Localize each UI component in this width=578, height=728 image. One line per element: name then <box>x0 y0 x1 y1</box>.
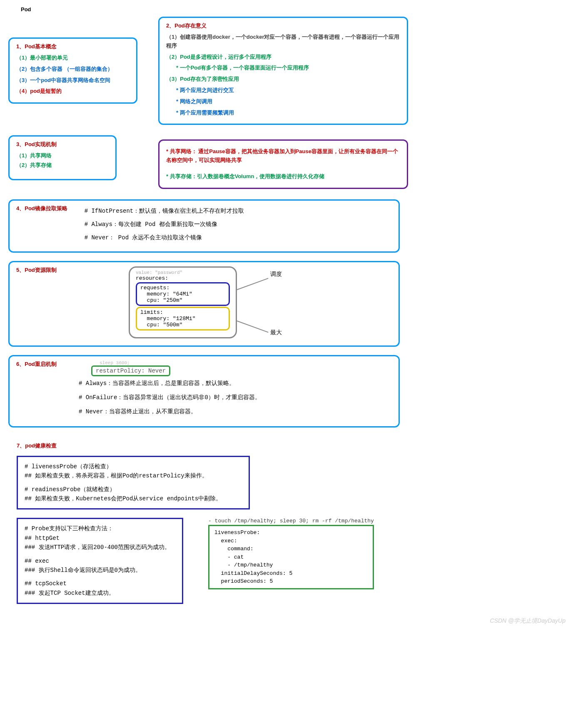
box-mechanism-detail: * 共享网络： 通过Pause容器，把其他业务容器加入到Pause容器里面，让所… <box>158 139 408 189</box>
box1-heading: 1、Pod基本概念 <box>16 43 130 50</box>
box-pod-meaning: 2、Pod存在意义 （1）创建容器使用docker，一个docker对应一个容器… <box>158 17 408 125</box>
box2-heading: 2、Pod存在意义 <box>166 22 400 30</box>
box-restart-policy: 6、Pod重启机制 sleep 3600; restartPolicy: Nev… <box>8 355 400 427</box>
restart-policy-code: restartPolicy: Never <box>91 365 170 376</box>
pm-l3: ### 发送HTTP请求，返回200-400范围状态码为成功。 <box>25 543 175 552</box>
box4-p2: # Always：每次创建 Pod 都会重新拉取一次镜像 <box>85 221 244 228</box>
probe-l4: ## 如果检查失败，Kubernetes会把Pod从service endpoi… <box>25 494 242 503</box>
box2-line3a: * 两个应用之间进行交互 <box>176 86 400 95</box>
box4-heading: 4、Pod镜像拉取策略 <box>16 205 83 212</box>
yaml-column: - touch /tmp/healthy; sleep 30; rm -rf /… <box>208 518 374 589</box>
probe-l1: # livenessProbe（存活检查） <box>25 462 242 471</box>
box1-line3: （3）一个pod中容器共享网络命名空间 <box>16 76 130 85</box>
row-2: 3、Pod实现机制 （1）共享网络 （2）共享存储 * 共享网络： 通过Paus… <box>8 135 570 189</box>
lim-cpu: cpu: "500m" <box>140 322 225 328</box>
connector-1 <box>237 278 269 290</box>
box2-line2a: * 一个Pod有多个容器，一个容器里面运行一个应用程序 <box>176 64 400 72</box>
probe-desc-box: # livenessProbe（存活检查） ## 如果检查失败，将杀死容器，根据… <box>17 456 250 510</box>
probe-methods-box: # Probe支持以下三种检查方法： ## httpGet ### 发送HTTP… <box>17 518 183 604</box>
lim-mem: memory: "128Mi" <box>140 316 225 322</box>
box5-heading: 5、Pod资源限制 <box>16 266 57 274</box>
pm-l7: ### 发起TCP Socket建立成功。 <box>25 589 175 598</box>
liveness-yaml-box: livenessProbe: exec: command: - cat - /t… <box>208 525 374 589</box>
box1-line2: （2）包含多个容器 （一组容器的集合） <box>16 65 130 74</box>
box3-heading: 3、Pod实现机制 <box>16 141 109 148</box>
pm-l4: ## exec <box>25 557 175 566</box>
box-mechanism: 3、Pod实现机制 （1）共享网络 （2）共享存储 <box>8 135 117 180</box>
pm-l1: # Probe支持以下三种检查方法： <box>25 524 175 533</box>
section-health-check: 7、pod健康检查 # livenessProbe（存活检查） ## 如果检查失… <box>17 442 570 604</box>
req-mem: memory: "64Mi" <box>140 291 225 297</box>
box3-line2: （2）共享存储 <box>16 161 109 170</box>
label-scheduling: 调度 <box>270 271 282 278</box>
box1-line4: （4）pod是短暂的 <box>16 87 130 96</box>
sec7-heading: 7、pod健康检查 <box>17 442 570 450</box>
requests-box: requests: memory: "64Mi" cpu: "250m" <box>136 282 230 306</box>
box2-line3c: * 两个应用需要频繁调用 <box>176 109 400 117</box>
connector-2 <box>237 321 269 333</box>
box2-line1: （1）创建容器使用docker，一个docker对应一个容器，一个容器有进程，一… <box>166 33 400 50</box>
box6-p1: # Always：当容器终止退出后，总是重启容器，默认策略。 <box>79 380 392 387</box>
box-resource-limits: 5、Pod资源限制 value: "password" resources: r… <box>8 261 400 347</box>
box3-line1: （1）共享网络 <box>16 152 109 160</box>
box6-top: sleep 3600; <box>100 360 170 365</box>
resource-diagram: value: "password" resources: requests: m… <box>129 266 392 341</box>
box3r-line1: * 共享网络： 通过Pause容器，把其他业务容器加入到Pause容器里面，让所… <box>166 147 400 165</box>
pm-l2: ## httpGet <box>25 534 175 543</box>
box6-heading: 6、Pod重启机制 <box>16 360 79 368</box>
label-max: 最大 <box>270 329 282 336</box>
pre-yaml-line: - touch /tmp/healthy; sleep 30; rm -rf /… <box>208 518 374 524</box>
watermark: CSDN @学无止境DayDayUp <box>490 617 566 625</box>
box1-line1: （1）最小部署的单元 <box>16 54 130 62</box>
row-7: # Probe支持以下三种检查方法： ## httpGet ### 发送HTTP… <box>17 518 570 604</box>
box-image-pull-policy: 4、Pod镜像拉取策略 # IfNotPresent：默认值，镜像在宿主机上不存… <box>8 199 400 253</box>
box4-p3: # Never： Pod 永远不会主动拉取这个镜像 <box>85 234 244 241</box>
box6-p3: # Never：当容器终止退出，从不重启容器。 <box>79 408 392 415</box>
box-basic-concepts: 1、Pod基本概念 （1）最小部署的单元 （2）包含多个容器 （一组容器的集合）… <box>8 37 137 104</box>
limits-box: limits: memory: "128Mi" cpu: "500m" <box>136 307 230 330</box>
res-top: value: "password" <box>136 270 230 275</box>
box3r-line2: * 共享存储：引入数据卷概念Volumn，使用数据卷进行持久化存储 <box>166 172 400 181</box>
lim-label: limits: <box>140 309 225 316</box>
page-title: Pod <box>21 6 570 12</box>
req-cpu: cpu: "250m" <box>140 297 225 303</box>
pm-l5: ### 执行Shell命令返回状态码是0为成功。 <box>25 566 175 575</box>
probe-l3: # readinessProbe（就绪检查） <box>25 485 242 494</box>
resource-outer-box: value: "password" resources: requests: m… <box>129 266 237 338</box>
probe-l2: ## 如果检查失败，将杀死容器，根据Pod的restartPolicy来操作。 <box>25 471 242 480</box>
box6-p2: # OnFailure：当容器异常退出（退出状态码非0）时，才重启容器。 <box>79 394 392 401</box>
box2-line3b: * 网络之间调用 <box>176 97 400 106</box>
box2-line3: （3）Pod存在为了亲密性应用 <box>166 75 400 84</box>
req-label: requests: <box>140 285 225 291</box>
pm-l6: ## tcpSocket <box>25 579 175 588</box>
res-label: resources: <box>136 275 230 281</box>
box2-line2: （2）Pod是多进程设计，运行多个应用程序 <box>166 53 400 62</box>
box4-p1: # IfNotPresent：默认值，镜像在宿主机上不存在时才拉取 <box>85 207 244 215</box>
row-1: 1、Pod基本概念 （1）最小部署的单元 （2）包含多个容器 （一组容器的集合）… <box>8 17 570 125</box>
